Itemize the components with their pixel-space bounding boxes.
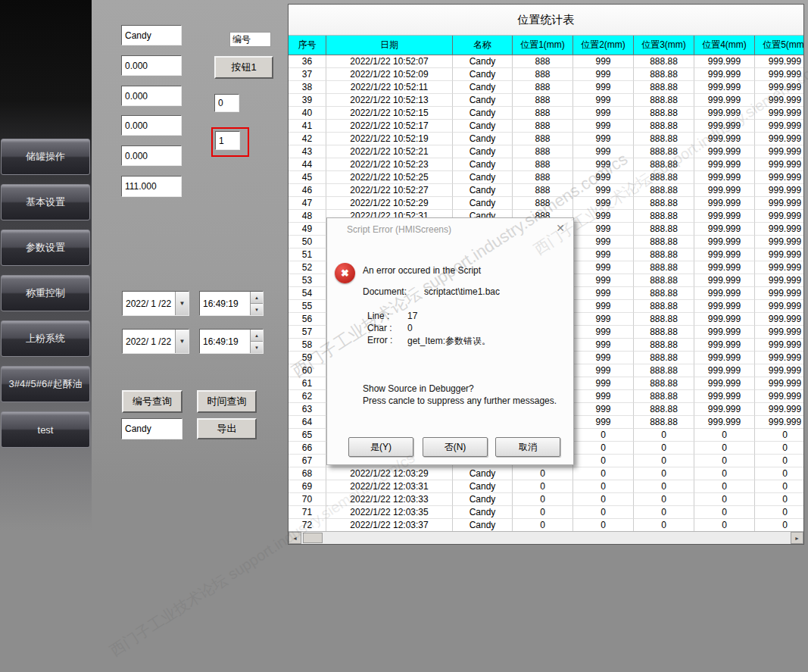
- table-cell: 999.999: [755, 197, 804, 210]
- query-by-id-button[interactable]: 编号查询: [122, 390, 183, 413]
- table-cell: 999.999: [755, 300, 804, 313]
- spin-up-icon[interactable]: ▲: [251, 330, 263, 342]
- sidebar-item-basic-settings[interactable]: 基本设置: [1, 184, 90, 220]
- table-cell: 999.999: [755, 364, 804, 377]
- scroll-thumb[interactable]: [303, 533, 323, 543]
- spin-up-icon[interactable]: ▲: [251, 292, 263, 304]
- table-cell: 999.999: [755, 274, 804, 287]
- table-row[interactable]: 452022/1/22 10:52:25Candy888999888.88999…: [289, 171, 803, 184]
- spin-down-icon[interactable]: ▼: [251, 304, 263, 315]
- table-cell: 999.999: [755, 223, 804, 236]
- value-input-3[interactable]: [121, 115, 182, 136]
- table-cell: 999.999: [755, 133, 804, 145]
- column-header-pos1[interactable]: 位置1(mm): [513, 36, 573, 55]
- scroll-left-icon[interactable]: ◄: [289, 532, 301, 544]
- sidebar-item-parameter-settings[interactable]: 参数设置: [1, 230, 90, 266]
- table-cell: 2022/1/22 10:52:13: [326, 94, 453, 107]
- table-cell: 888.88: [634, 377, 694, 390]
- start-time-picker[interactable]: 16:49:19 ▲ ▼: [199, 291, 264, 316]
- export-button[interactable]: 导出: [197, 418, 257, 439]
- table-cell: 0: [573, 442, 634, 455]
- table-cell: 888.88: [634, 68, 694, 81]
- table-row[interactable]: 392022/1/22 10:52:13Candy888999888.88999…: [289, 94, 803, 107]
- column-header-pos5[interactable]: 位置5(mm): [755, 36, 804, 55]
- table-cell: 999.999: [755, 184, 804, 197]
- table-row[interactable]: 382022/1/22 10:52:11Candy888999888.88999…: [289, 81, 803, 94]
- table-cell: 44: [289, 158, 326, 171]
- query-by-time-button[interactable]: 时间查询: [197, 390, 257, 413]
- column-header-pos2[interactable]: 位置2(mm): [573, 36, 634, 55]
- table-row[interactable]: 722022/1/22 12:03:37Candy00000: [289, 519, 803, 532]
- table-cell: 999.999: [694, 326, 755, 339]
- yes-button[interactable]: 是(Y): [348, 437, 413, 457]
- table-row[interactable]: 422022/1/22 10:52:19Candy888999888.88999…: [289, 133, 803, 145]
- table-cell: 50: [289, 236, 326, 248]
- column-header-pos4[interactable]: 位置4(mm): [694, 36, 755, 55]
- product-name-input[interactable]: [121, 25, 182, 45]
- table-cell: 2022/1/22 12:03:29: [326, 467, 453, 480]
- table-row[interactable]: 362022/1/22 10:52:07Candy888999888.88999…: [289, 55, 803, 68]
- table-row[interactable]: 402022/1/22 10:52:15Candy888999888.88999…: [289, 107, 803, 120]
- table-cell: 2022/1/22 10:52:15: [326, 107, 453, 120]
- value-input-1[interactable]: [121, 55, 182, 76]
- table-row[interactable]: 702022/1/22 12:03:33Candy00000: [289, 493, 803, 506]
- table-cell: 888.88: [634, 145, 694, 158]
- chevron-down-icon[interactable]: ▼: [175, 330, 189, 353]
- table-row[interactable]: 472022/1/22 10:52:29Candy888999888.88999…: [289, 197, 803, 210]
- counter-a-input[interactable]: [214, 94, 239, 112]
- chevron-down-icon[interactable]: ▼: [175, 292, 189, 315]
- table-row[interactable]: 712022/1/22 12:03:35Candy00000: [289, 506, 803, 519]
- value-input-4[interactable]: [121, 145, 182, 166]
- sidebar-item-storage-tank[interactable]: 储罐操作: [1, 139, 90, 175]
- table-cell: 999.999: [755, 287, 804, 300]
- table-cell: 888.88: [634, 171, 694, 184]
- table-cell: 43: [289, 145, 326, 158]
- button1[interactable]: 按钮1: [214, 56, 273, 79]
- table-cell: 0: [634, 442, 694, 455]
- table-cell: 0: [634, 467, 694, 480]
- close-icon[interactable]: ✕: [556, 222, 565, 234]
- table-row[interactable]: 412022/1/22 10:52:17Candy888999888.88999…: [289, 120, 803, 133]
- table-cell: 999.999: [755, 120, 804, 133]
- table-cell: 48: [289, 210, 326, 223]
- table-cell: 999.999: [694, 171, 755, 184]
- table-cell: 999.999: [755, 55, 804, 68]
- table-row[interactable]: 462022/1/22 10:52:27Candy888999888.88999…: [289, 184, 803, 197]
- query-name-input[interactable]: [121, 418, 183, 439]
- table-row[interactable]: 692022/1/22 12:03:31Candy00000: [289, 480, 803, 493]
- column-header-name[interactable]: 名称: [453, 36, 513, 55]
- table-cell: 0: [694, 480, 755, 493]
- column-header-serial[interactable]: 序号: [289, 36, 326, 55]
- table-cell: 888.88: [634, 223, 694, 236]
- table-row[interactable]: 432022/1/22 10:52:21Candy888999888.88999…: [289, 145, 803, 158]
- value-input-2[interactable]: [121, 86, 182, 106]
- column-header-date[interactable]: 日期: [326, 36, 453, 55]
- table-cell: 888: [513, 120, 573, 133]
- no-button[interactable]: 否(N): [423, 437, 488, 457]
- scroll-right-icon[interactable]: ►: [791, 532, 803, 544]
- cancel-button[interactable]: 取消: [495, 437, 560, 457]
- sidebar-item-powder-system[interactable]: 上粉系统: [1, 320, 90, 357]
- table-cell: 71: [289, 506, 326, 519]
- table-row[interactable]: 442022/1/22 10:52:23Candy888999888.88999…: [289, 158, 803, 171]
- end-time-picker[interactable]: 16:49:19 ▲ ▼: [199, 329, 264, 354]
- table-cell: 999.999: [694, 210, 755, 223]
- spin-down-icon[interactable]: ▼: [251, 342, 263, 353]
- sidebar-item-weighing-control[interactable]: 称重控制: [1, 275, 90, 311]
- value-input-5[interactable]: [121, 176, 182, 197]
- table-cell: 0: [634, 493, 694, 506]
- start-date-picker[interactable]: 2022/ 1 /22 ▼: [122, 291, 189, 316]
- table-cell: 888.88: [634, 158, 694, 171]
- table-cell: Candy: [453, 171, 513, 184]
- end-date-picker[interactable]: 2022/ 1 /22 ▼: [122, 329, 189, 354]
- column-header-pos3[interactable]: 位置3(mm): [634, 36, 694, 55]
- table-cell: 888.88: [634, 210, 694, 223]
- table-cell: 2022/1/22 12:03:31: [326, 480, 453, 493]
- sidebar-item-test[interactable]: test: [1, 411, 90, 448]
- scroll-track[interactable]: [301, 532, 791, 544]
- table-row[interactable]: 372022/1/22 10:52:09Candy888999888.88999…: [289, 68, 803, 81]
- sidebar-item-shortening[interactable]: 3#4#5#6#起酥油: [1, 366, 90, 402]
- horizontal-scrollbar[interactable]: ◄ ►: [289, 531, 803, 544]
- counter-b-input[interactable]: [215, 131, 240, 150]
- table-row[interactable]: 682022/1/22 12:03:29Candy00000: [289, 467, 803, 480]
